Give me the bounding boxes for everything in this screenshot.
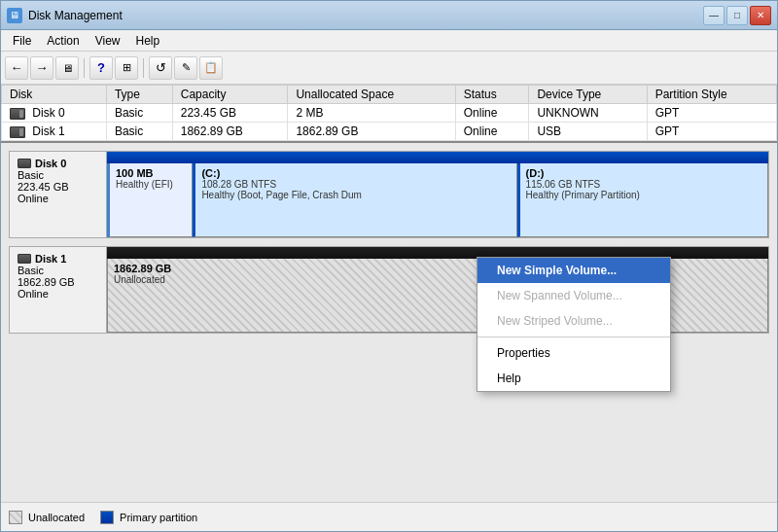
row0-status: Online (455, 104, 529, 123)
minimize-button[interactable]: — (703, 6, 725, 25)
disk-icon-1 (10, 126, 25, 138)
disk0-partitions: 100 MB Healthy (EFI) (C:) 108.28 GB NTFS… (107, 152, 768, 237)
table-row[interactable]: Disk 1 Basic 1862.89 GB 1862.89 GB Onlin… (2, 123, 777, 141)
disk0-icon (18, 159, 31, 168)
context-menu-new-simple[interactable]: New Simple Volume... (477, 258, 670, 283)
back-button[interactable]: ← (5, 56, 28, 80)
legend-primary-box (100, 511, 114, 524)
disk-table: Disk Type Capacity Unallocated Space Sta… (1, 85, 777, 141)
disk1-status: Online (18, 288, 98, 300)
context-menu-properties[interactable]: Properties (477, 340, 670, 366)
toolbar-sep-1 (84, 58, 85, 78)
legend-primary: Primary partition (100, 511, 197, 524)
grid-button[interactable]: ⊞ (115, 56, 138, 80)
row1-device: USB (529, 123, 647, 141)
disk0-c-detail: Healthy (Boot, Page File, Crash Dum (201, 190, 510, 200)
disk0-bar (107, 152, 768, 163)
row1-status: Online (455, 123, 529, 141)
disk0-partition-c[interactable]: (C:) 108.28 GB NTFS Healthy (Boot, Page … (193, 163, 516, 237)
disk0-c-label: (C:) (201, 167, 510, 179)
disk1-icon (18, 254, 31, 264)
row1-capacity: 1862.89 GB (172, 123, 288, 141)
row0-partition-style: GPT (647, 104, 776, 123)
window-title: Disk Management (28, 9, 703, 22)
disk0-d-detail: Healthy (Primary Partition) (526, 190, 761, 200)
context-menu-help[interactable]: Help (477, 366, 670, 391)
table-row[interactable]: Disk 0 Basic 223.45 GB 2 MB Online UNKNO… (2, 104, 777, 123)
context-menu-sep (477, 337, 670, 337)
refresh-button[interactable]: ↺ (149, 56, 172, 80)
col-partition-style: Partition Style (647, 86, 776, 104)
row1-partition-style: GPT (647, 123, 776, 141)
disk1-capacity: 1862.89 GB (18, 276, 98, 288)
menu-file[interactable]: File (5, 32, 39, 50)
menu-bar: File Action View Help (1, 30, 777, 52)
disk0-name: Disk 0 (18, 158, 98, 169)
main-window: 🖥 Disk Management — □ ✕ File Action View… (0, 0, 778, 532)
row1-disk: Disk 1 (2, 123, 107, 141)
disk-icon-0 (10, 108, 25, 120)
disk-visual-area: Disk 0 Basic 223.45 GB Online 100 MB Hea… (1, 143, 777, 502)
disk1-info: Disk 1 Basic 1862.89 GB Online (10, 247, 107, 333)
disk-table-container: Disk Type Capacity Unallocated Space Sta… (1, 85, 777, 143)
row1-type: Basic (106, 123, 172, 141)
col-capacity: Capacity (172, 86, 288, 104)
menu-view[interactable]: View (88, 32, 128, 50)
disk0-info: Disk 0 Basic 223.45 GB Online (10, 152, 107, 237)
col-disk: Disk (2, 86, 107, 104)
status-bar: Unallocated Primary partition (1, 502, 777, 531)
context-menu-new-spanned: New Spanned Volume... (477, 283, 670, 308)
help-button[interactable]: ? (89, 56, 113, 80)
maximize-button[interactable]: □ (726, 6, 748, 25)
disk0-partitions-row: 100 MB Healthy (EFI) (C:) 108.28 GB NTFS… (107, 163, 768, 237)
col-type: Type (106, 86, 172, 104)
close-button[interactable]: ✕ (750, 6, 771, 25)
disk0-efi-size: 100 MB (116, 167, 186, 179)
disk0-d-size: 115.06 GB NTFS (526, 179, 761, 190)
disk0-status: Online (18, 193, 98, 204)
legend-unalloc-label: Unallocated (28, 512, 85, 523)
disk0-efi-detail: Healthy (EFI) (116, 179, 186, 190)
row0-disk: Disk 0 (2, 104, 107, 123)
disk1-name: Disk 1 (18, 253, 98, 265)
toolbar: ← → 🖥 ? ⊞ ↺ ✎ 📋 (1, 52, 777, 85)
disk0-d-label: (D:) (526, 167, 761, 179)
disk0-type: Basic (18, 169, 98, 181)
col-unallocated: Unallocated Space (288, 86, 455, 104)
forward-button[interactable]: → (30, 56, 53, 80)
window-icon: 🖥 (7, 8, 22, 23)
legend-unallocated: Unallocated (9, 511, 85, 524)
title-bar: 🖥 Disk Management — □ ✕ (1, 1, 777, 30)
window-icon-symbol: 🖥 (10, 10, 19, 20)
disk0-c-size: 108.28 GB NTFS (201, 179, 510, 190)
disk0-bar-fill (107, 152, 768, 163)
edit-button[interactable]: ✎ (174, 56, 197, 80)
toolbar-sep-2 (143, 58, 144, 78)
disk0-row: Disk 0 Basic 223.45 GB Online 100 MB Hea… (9, 151, 769, 238)
row0-capacity: 223.45 GB (172, 104, 288, 123)
disk1-type: Basic (18, 265, 98, 276)
row0-device: UNKNOWN (529, 104, 647, 123)
properties-button[interactable]: 📋 (199, 56, 223, 80)
col-device: Device Type (529, 86, 647, 104)
context-menu: New Simple Volume... New Spanned Volume.… (477, 257, 671, 392)
row0-unallocated: 2 MB (288, 104, 455, 123)
context-menu-new-striped: New Striped Volume... (477, 308, 670, 334)
menu-help[interactable]: Help (128, 32, 168, 50)
menu-action[interactable]: Action (39, 32, 87, 50)
col-status: Status (455, 86, 529, 104)
row0-type: Basic (106, 104, 172, 123)
disk1-row: Disk 1 Basic 1862.89 GB Online 1862.89 G… (9, 246, 769, 334)
disk0-partition-d[interactable]: (D:) 115.06 GB NTFS Healthy (Primary Par… (517, 163, 768, 237)
window-controls: — □ ✕ (703, 6, 771, 25)
legend-unalloc-box (9, 511, 22, 524)
row1-unallocated: 1862.89 GB (288, 123, 455, 141)
disk0-partition-efi[interactable]: 100 MB Healthy (EFI) (107, 163, 193, 237)
legend-primary-label: Primary partition (120, 512, 197, 523)
main-content: Disk Type Capacity Unallocated Space Sta… (1, 85, 777, 531)
computer-button[interactable]: 🖥 (55, 56, 79, 80)
disk0-capacity: 223.45 GB (18, 181, 98, 193)
